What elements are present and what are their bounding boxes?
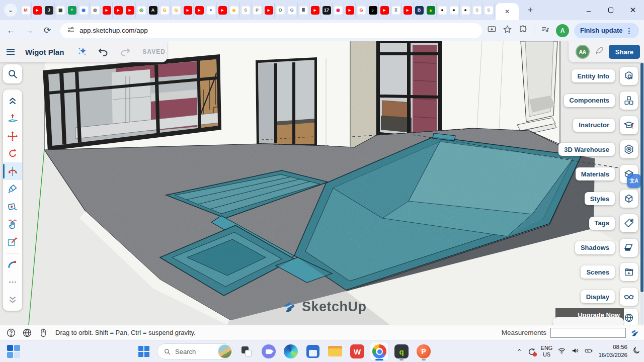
search-highlight-image[interactable] <box>218 345 231 358</box>
hamburger-menu-icon[interactable] <box>5 46 17 58</box>
pinned-tab-35[interactable]: ▲ <box>425 3 437 18</box>
volume-icon[interactable] <box>571 346 580 357</box>
sync-notification-icon[interactable] <box>527 347 536 356</box>
model-canvas[interactable] <box>0 41 644 325</box>
pinned-tab-7[interactable]: ▸ <box>101 3 113 18</box>
pinned-tab-16[interactable]: ● <box>205 3 217 18</box>
panel-button-tags[interactable] <box>620 214 638 232</box>
panel-button-components[interactable] <box>620 92 638 110</box>
panel-button-shadows[interactable] <box>620 239 638 257</box>
search-tool-button[interactable] <box>3 64 22 83</box>
help-icon[interactable] <box>6 328 16 338</box>
pinned-tab-5[interactable]: ◉ <box>78 3 90 18</box>
task-view-button[interactable] <box>237 342 256 360</box>
extensions-icon[interactable] <box>518 25 528 36</box>
pinned-tab-8[interactable]: ▸ <box>113 3 124 18</box>
language-indicator[interactable]: ENGUS <box>541 345 553 358</box>
panel-button-scenes[interactable] <box>620 263 638 281</box>
document-title[interactable]: Wigot Plan <box>25 48 64 56</box>
scrollbar-thumb[interactable] <box>640 63 643 292</box>
panel-button-styles[interactable] <box>620 190 638 208</box>
panel-button-entity-info[interactable] <box>620 67 638 85</box>
tape-measure-tool-button[interactable] <box>3 198 22 215</box>
pinned-tab-15[interactable]: ▸ <box>194 3 205 18</box>
battery-icon[interactable] <box>585 346 593 357</box>
edge-button[interactable] <box>282 342 300 360</box>
file-explorer-button[interactable] <box>326 342 344 360</box>
orbit-rotate-tool-button[interactable] <box>3 162 22 180</box>
pinned-tab-38[interactable]: ● <box>460 3 471 18</box>
pan-gesture-tool-button[interactable] <box>3 215 22 233</box>
bookmark-star-icon[interactable] <box>503 25 512 36</box>
undo-button[interactable] <box>98 46 110 58</box>
measurements-input[interactable] <box>550 328 626 338</box>
more-tools-button[interactable] <box>3 273 22 291</box>
pinned-tab-30[interactable]: ♪ <box>367 3 379 18</box>
move-tool-button[interactable] <box>3 127 22 145</box>
pinned-tab-18[interactable]: ◆ <box>228 3 240 18</box>
panel-button-3d-warehouse[interactable] <box>620 140 638 158</box>
pinned-tab-29[interactable]: G <box>356 3 367 18</box>
pinned-tab-40[interactable]: S <box>483 3 495 18</box>
panel-button-display[interactable] <box>620 288 638 306</box>
tab-overflow-button[interactable]: ⌄ <box>4 4 17 17</box>
start-button[interactable] <box>135 342 153 360</box>
pinned-tab-6[interactable]: ◍ <box>90 3 101 18</box>
pinned-tab-1[interactable]: ▸ <box>32 3 43 18</box>
collapse-down-button[interactable] <box>3 291 22 308</box>
pinned-tab-26[interactable]: 17 <box>321 3 333 18</box>
pinned-tab-24[interactable]: Ⅲ <box>298 3 309 18</box>
clock[interactable]: 08:5616/03/2026 <box>598 343 627 359</box>
tray-overflow-chevron[interactable]: ⌃ <box>517 348 522 355</box>
pinned-tab-22[interactable]: O <box>275 3 286 18</box>
widgets-button[interactable] <box>6 344 21 359</box>
pinned-tab-19[interactable]: S <box>240 3 252 18</box>
new-tab-button[interactable]: + <box>524 4 537 17</box>
taskbar-search[interactable]: Search <box>157 343 233 359</box>
browser-profile-avatar[interactable]: A <box>556 24 569 37</box>
translate-overlay-icon[interactable]: 文A <box>627 174 641 188</box>
q-app-button[interactable]: q <box>392 342 411 360</box>
ai-sparkle-icon[interactable] <box>76 46 89 58</box>
paint-tool-button[interactable] <box>3 180 22 198</box>
pull-tool-button[interactable] <box>3 110 22 127</box>
focus-moon-icon[interactable] <box>632 346 641 357</box>
pinned-tab-28[interactable]: ▸ <box>344 3 356 18</box>
wifi-icon[interactable] <box>557 346 566 357</box>
pinned-tab-3[interactable]: ▦ <box>55 3 66 18</box>
omnibox[interactable]: app.sketchup.com/app <box>60 23 482 38</box>
finish-update-button[interactable]: Finish update ⋮ <box>574 23 639 38</box>
section-tool-button[interactable] <box>3 233 22 250</box>
panel-button-instructor[interactable] <box>620 116 638 134</box>
install-app-icon[interactable] <box>487 25 497 36</box>
browser-menu-icon[interactable]: ⋮ <box>623 27 636 35</box>
redo-button[interactable] <box>119 46 131 58</box>
pinned-tab-20[interactable]: P <box>252 3 263 18</box>
site-settings-icon[interactable] <box>66 25 75 36</box>
pinned-tab-10[interactable]: ◎ <box>136 3 147 18</box>
pinned-tab-23[interactable]: G <box>286 3 298 18</box>
presentation-app-button[interactable]: P <box>415 342 433 360</box>
pinned-tab-27[interactable]: ◉ <box>333 3 344 18</box>
pinned-tab-39[interactable]: S <box>471 3 483 18</box>
teams-chat-button[interactable] <box>260 342 278 360</box>
reload-button[interactable]: ⟳ <box>40 24 54 38</box>
pinned-tab-2[interactable]: J <box>43 3 55 18</box>
app-scrollbar[interactable] <box>640 62 643 325</box>
language-globe-icon[interactable] <box>22 328 32 338</box>
user-avatar[interactable]: AA <box>576 45 590 59</box>
pinned-tab-25[interactable]: ▸ <box>309 3 321 18</box>
pinned-tab-4[interactable]: + <box>66 3 78 18</box>
pinned-tab-12[interactable]: G <box>159 3 171 18</box>
chrome-button[interactable] <box>370 342 388 360</box>
pinned-tab-36[interactable]: ● <box>437 3 448 18</box>
back-button[interactable]: ← <box>4 24 18 38</box>
minimize-button[interactable]: – <box>578 0 600 20</box>
pinned-tab-14[interactable]: ▸ <box>182 3 194 18</box>
pinned-tab-11[interactable]: A <box>147 3 159 18</box>
pinned-tab-34[interactable]: B <box>414 3 425 18</box>
feather-annotate-icon[interactable] <box>594 45 605 58</box>
share-button[interactable]: Share <box>609 45 640 59</box>
pinned-tab-33[interactable]: ▸ <box>402 3 414 18</box>
close-tab-icon[interactable]: ✕ <box>505 8 510 15</box>
